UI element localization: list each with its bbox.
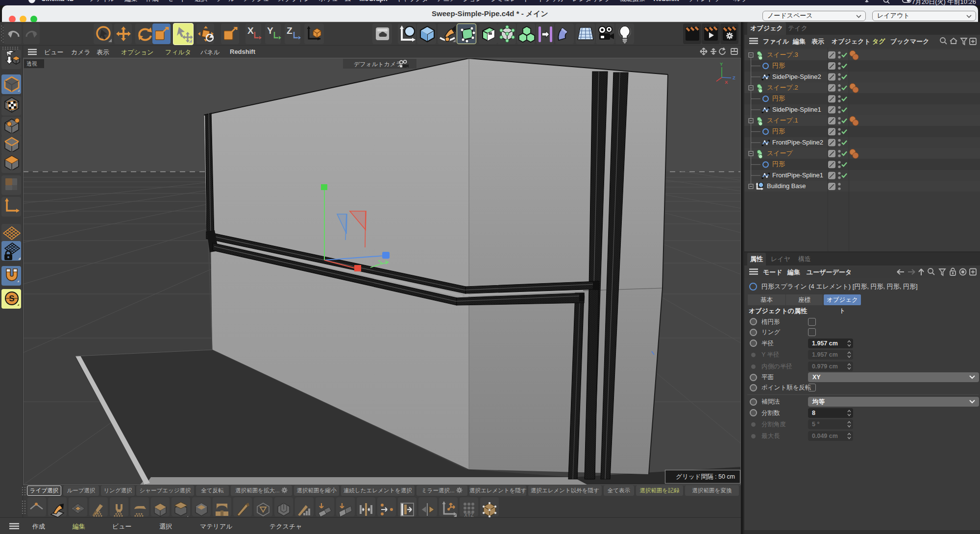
svg-text:S: S [9,294,14,303]
svg-text:X: X [725,79,728,85]
svg-text:グリッド間隔 : 50 cm: グリッド間隔 : 50 cm [676,473,735,480]
svg-text:デフォルトカメラ: デフォルトカメラ [354,61,402,68]
svg-text:Y: Y [720,61,723,67]
svg-text:Z: Z [733,75,735,80]
svg-text:XYZ: XYZ [464,512,473,517]
svg-text:透視: 透視 [26,61,37,67]
